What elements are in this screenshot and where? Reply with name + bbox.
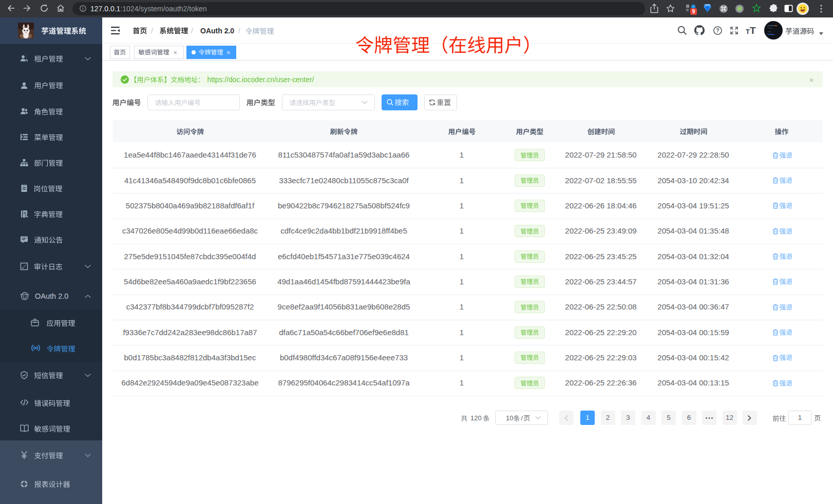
svg-text:?: ? <box>716 27 719 33</box>
svg-text:9: 9 <box>692 9 695 14</box>
